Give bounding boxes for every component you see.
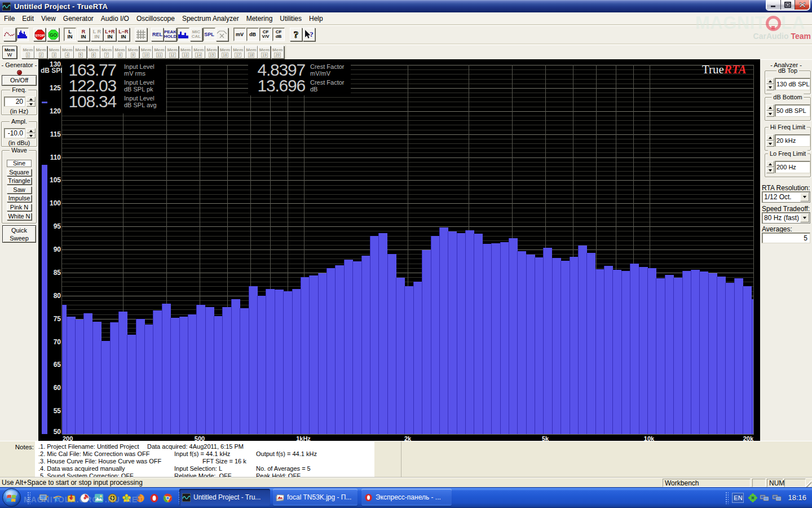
peak-hold-button[interactable]: PEAKHOLD xyxy=(164,28,176,41)
y-axis-tick-label: 90 xyxy=(47,246,61,253)
menu-metering[interactable]: Metering xyxy=(243,13,276,24)
help-button[interactable]: ? xyxy=(290,28,302,41)
menu-audio-i-o[interactable]: Audio I/O xyxy=(98,13,133,24)
spl-button[interactable]: SPL xyxy=(203,28,215,41)
maximize-button[interactable] xyxy=(781,0,795,10)
taskbar-task-truerta[interactable]: Untitled Project - Tru... xyxy=(179,489,270,506)
lo-freq-limit-spin-down[interactable] xyxy=(766,167,774,173)
title-bar: Untitled Project - TrueRTA xyxy=(0,0,812,12)
frequency-input[interactable] xyxy=(4,97,25,107)
notes-text-box[interactable]: .1. Project Filename: Untitled ProjectDa… xyxy=(35,441,374,478)
units-db-button[interactable]: dB xyxy=(246,28,259,41)
memory-w-button[interactable]: MemW xyxy=(2,46,17,59)
db-top-spinner xyxy=(766,78,774,90)
rta-resolution-value: 1/12 Oct. xyxy=(764,193,792,201)
context-help-button[interactable]: ? xyxy=(303,28,315,41)
lo-freq-limit-spin-up[interactable] xyxy=(766,161,774,167)
speed-tradeoff-select[interactable]: 80 Hz (fast) xyxy=(762,212,810,224)
units-mv-button[interactable]: mV xyxy=(233,28,246,41)
amplitude-input[interactable] xyxy=(4,128,25,138)
menu-oscilloscope[interactable]: Oscilloscope xyxy=(133,13,178,24)
tray-icon-network-1[interactable] xyxy=(760,493,770,502)
language-indicator[interactable]: EN xyxy=(732,493,744,503)
taskbar-task-opera[interactable]: Экспресс-панель - ... xyxy=(361,489,452,506)
memory-20-button: Mem20 xyxy=(271,46,284,59)
db-bottom-spin-down[interactable] xyxy=(766,111,774,117)
tray-icon-network-2[interactable] xyxy=(772,493,782,502)
speed-tradeoff-dropdown-icon[interactable] xyxy=(800,213,809,222)
hi-freq-limit-input[interactable]: 20 kHz xyxy=(775,134,810,147)
db-bottom-spinner xyxy=(766,104,774,117)
menu-view[interactable]: View xyxy=(38,13,59,24)
lo-freq-limit-input[interactable]: 200 Hz xyxy=(775,161,810,173)
stop-button[interactable]: STOP xyxy=(33,28,46,41)
minimize-button[interactable] xyxy=(767,0,781,10)
input-lminusr-button[interactable]: L−RIN xyxy=(117,28,130,41)
db-bottom-input[interactable]: 50 dB SPL xyxy=(775,104,810,117)
hi-freq-limit-spin-up[interactable] xyxy=(766,134,774,141)
frequency-spin-up[interactable] xyxy=(27,97,36,102)
amplitude-spin-up[interactable] xyxy=(27,128,36,133)
go-button[interactable]: GO xyxy=(47,28,59,41)
spectrum-bar xyxy=(448,231,457,434)
wave-triangle-button[interactable]: Triangle xyxy=(7,177,32,185)
db-bottom-spin-up[interactable] xyxy=(766,104,774,111)
quick-sweep-button[interactable]: Quick Sweep xyxy=(2,225,36,243)
db-top-input[interactable]: 130 dB SPL xyxy=(775,78,810,90)
menu-spectrum-analyzer[interactable]: Spectrum Analyzer xyxy=(179,13,242,24)
y-axis-tick-label: 55 xyxy=(47,408,61,414)
wave-square-button[interactable]: Square xyxy=(7,169,32,176)
generator-panel-title: - Generator - xyxy=(0,60,38,68)
start-button[interactable] xyxy=(2,488,21,507)
generator-panel: - Generator - On/Off Freq. (in Hz) Ampl.… xyxy=(0,59,38,441)
input-left-button[interactable]: LIN xyxy=(64,28,76,41)
frequency-spin-down[interactable] xyxy=(27,102,36,107)
wave-sine-button[interactable]: Sine xyxy=(7,160,32,167)
averages-input[interactable] xyxy=(762,233,810,243)
crest-factor-readouts: 4.8397Crest FactormV/mV13.696Crest Facto… xyxy=(248,60,351,95)
amplitude-spin-down[interactable] xyxy=(27,133,36,138)
generator-onoff-button[interactable]: On/Off xyxy=(2,75,37,86)
menu-help[interactable]: Help xyxy=(306,13,326,24)
wave-pink-n-button[interactable]: Pink N xyxy=(7,204,32,211)
rta-resolution-dropdown-icon[interactable] xyxy=(800,192,809,202)
wave-impulse-button[interactable]: Impulse xyxy=(7,195,32,202)
db-top-spin-down[interactable] xyxy=(766,84,774,90)
resize-grip[interactable] xyxy=(804,480,811,487)
hi-freq-limit-spin-down[interactable] xyxy=(766,141,774,147)
relative-mode-button[interactable]: REL xyxy=(151,28,164,41)
y-axis-tick-label: 105 xyxy=(47,177,61,183)
spectrum-display-button[interactable] xyxy=(16,28,29,41)
menu-utilities[interactable]: Utilities xyxy=(276,13,305,24)
quicklaunch-opera-icon[interactable] xyxy=(149,493,159,503)
menu-edit[interactable]: Edit xyxy=(19,13,37,24)
x-axis-tick-label: 200 xyxy=(63,436,73,441)
db-top-spin-up[interactable] xyxy=(766,78,774,84)
tray-icon-antivirus[interactable] xyxy=(748,493,757,502)
spectrum-bar xyxy=(586,253,595,434)
memory-16-button: Mem16 xyxy=(219,46,232,59)
spectrum-bar xyxy=(214,316,223,434)
note-text: .2. Mic Cal File: Mic Correction was OFF xyxy=(38,450,149,457)
peak-spectrum-button[interactable] xyxy=(177,28,189,41)
menu-generator[interactable]: Generator xyxy=(60,13,97,24)
generator-wave-button[interactable] xyxy=(3,28,16,41)
status-message: Use Alt+Space to start or stop input pro… xyxy=(2,479,143,487)
crest-db-button[interactable]: CFdB xyxy=(272,28,285,41)
rta-resolution-select[interactable]: 1/12 Oct. xyxy=(762,191,810,203)
wave-white-n-button[interactable]: White N xyxy=(7,213,32,220)
spectrum-bar xyxy=(283,291,292,434)
taskbar-task-photo[interactable]: focal TN53K.jpg - П... xyxy=(273,489,358,506)
close-button[interactable] xyxy=(795,0,809,10)
quicklaunch-chrome-icon[interactable] xyxy=(163,493,173,503)
spectrum-bar xyxy=(101,341,110,434)
input-right-button[interactable]: RIN xyxy=(77,28,90,41)
frequency-group-label: Freq. xyxy=(10,86,28,93)
menu-file[interactable]: File xyxy=(1,13,18,24)
main-toolbar: STOPGOLINRINL RINL+RINL−RINRELPEAKHOLDMI… xyxy=(0,25,812,44)
spectrum-bar xyxy=(170,318,179,434)
task-label: Untitled Project - Tru... xyxy=(193,493,261,501)
input-lplusr-button[interactable]: L+RIN xyxy=(104,28,116,41)
wave-saw-button[interactable]: Saw xyxy=(7,186,32,194)
crest-vv-button[interactable]: CFV/V xyxy=(259,28,272,41)
